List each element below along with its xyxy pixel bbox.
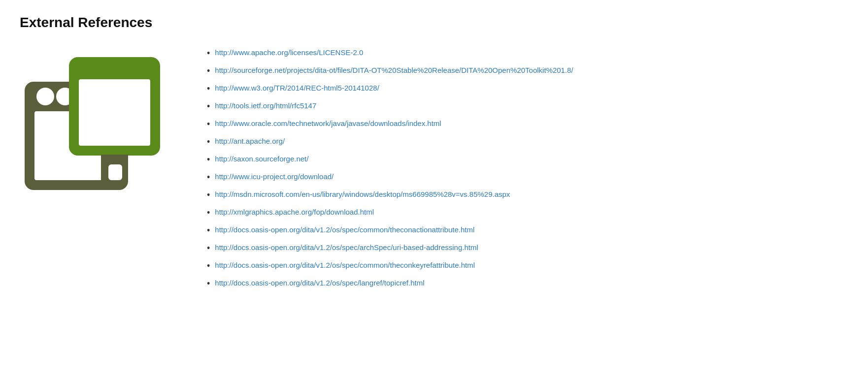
logo-area — [20, 42, 177, 201]
reference-link[interactable]: http://docs.oasis-open.org/dita/v1.2/os/… — [215, 224, 474, 236]
reference-link[interactable]: http://docs.oasis-open.org/dita/v1.2/os/… — [215, 278, 424, 289]
list-item: http://tools.ietf.org/html/rfc5147 — [207, 100, 848, 113]
list-item: http://docs.oasis-open.org/dita/v1.2/os/… — [207, 242, 848, 255]
list-item: http://msdn.microsoft.com/en-us/library/… — [207, 189, 848, 202]
list-item: http://docs.oasis-open.org/dita/v1.2/os/… — [207, 260, 848, 273]
list-item: http://sourceforge.net/projects/dita-ot/… — [207, 65, 848, 78]
list-item: http://docs.oasis-open.org/dita/v1.2/os/… — [207, 224, 848, 237]
reference-link[interactable]: http://www.apache.org/licenses/LICENSE-2… — [215, 47, 363, 59]
reference-link[interactable]: http://tools.ietf.org/html/rfc5147 — [215, 100, 316, 112]
reference-link[interactable]: http://saxon.sourceforge.net/ — [215, 154, 308, 165]
list-item: http://docs.oasis-open.org/dita/v1.2/os/… — [207, 278, 848, 290]
list-item: http://www.w3.org/TR/2014/REC-html5-2014… — [207, 83, 848, 95]
reference-link[interactable]: http://docs.oasis-open.org/dita/v1.2/os/… — [215, 242, 478, 253]
page-title: External References — [20, 15, 848, 31]
reference-link[interactable]: http://msdn.microsoft.com/en-us/library/… — [215, 189, 510, 200]
svg-rect-8 — [108, 164, 122, 180]
reference-link[interactable]: http://www.oracle.com/technetwork/java/j… — [215, 118, 441, 129]
list-item: http://www.oracle.com/technetwork/java/j… — [207, 118, 848, 131]
list-item: http://ant.apache.org/ — [207, 136, 848, 149]
reference-list: http://www.apache.org/licenses/LICENSE-2… — [207, 47, 848, 290]
content-area: http://www.apache.org/licenses/LICENSE-2… — [20, 42, 848, 295]
list-item: http://www.apache.org/licenses/LICENSE-2… — [207, 47, 848, 60]
app-icon — [20, 42, 167, 200]
reference-link[interactable]: http://docs.oasis-open.org/dita/v1.2/os/… — [215, 260, 475, 271]
links-area: http://www.apache.org/licenses/LICENSE-2… — [207, 42, 848, 295]
list-item: http://saxon.sourceforge.net/ — [207, 154, 848, 166]
list-item: http://www.icu-project.org/download/ — [207, 171, 848, 184]
reference-link[interactable]: http://sourceforge.net/projects/dita-ot/… — [215, 65, 573, 76]
svg-point-2 — [36, 88, 54, 105]
reference-link[interactable]: http://www.icu-project.org/download/ — [215, 171, 334, 183]
reference-link[interactable]: http://xmlgraphics.apache.org/fop/downlo… — [215, 207, 374, 218]
reference-link[interactable]: http://www.w3.org/TR/2014/REC-html5-2014… — [215, 83, 379, 94]
svg-rect-5 — [79, 79, 150, 146]
reference-link[interactable]: http://ant.apache.org/ — [215, 136, 285, 147]
list-item: http://xmlgraphics.apache.org/fop/downlo… — [207, 207, 848, 220]
